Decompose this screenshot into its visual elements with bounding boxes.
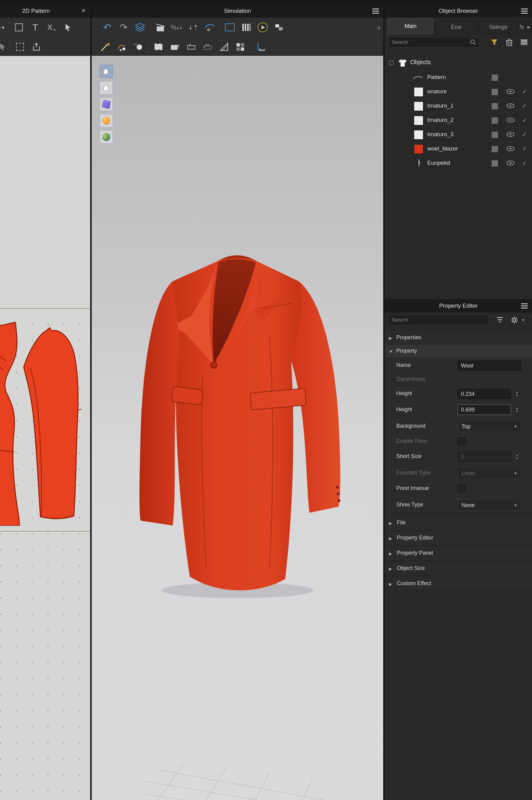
collapse-box-icon[interactable] (389, 60, 394, 65)
text-tool-icon[interactable]: T (27, 20, 43, 35)
check-icon[interactable]: ✓ (522, 145, 527, 152)
s-curve-icon[interactable] (201, 20, 218, 35)
tree-row-onature[interactable]: onature ✓ (385, 85, 532, 99)
thumbnail-square[interactable] (492, 89, 498, 95)
tab-n[interactable]: N (518, 20, 526, 34)
check-icon[interactable]: ✓ (522, 88, 527, 95)
section-properties[interactable]: ▶ Properties (385, 331, 532, 345)
thumbnail-square[interactable] (492, 74, 498, 81)
pin-add-icon[interactable]: ⇣⇡ (185, 20, 201, 35)
marquee-icon[interactable] (12, 39, 28, 54)
tab-overflow-arrow[interactable]: ▶ (526, 20, 532, 34)
arrow-icon[interactable]: ➝ (0, 20, 7, 35)
height-2-field[interactable]: 0.699 (458, 404, 511, 415)
tab-ecw[interactable]: Ecw (433, 20, 479, 34)
play-icon[interactable] (254, 20, 271, 35)
eye-icon[interactable] (506, 103, 515, 109)
ruler-icon[interactable] (216, 39, 232, 54)
tree-row-irnaturo-3[interactable]: Irnaturo_3 ✓ (385, 128, 532, 142)
property-search-input[interactable]: Search (388, 315, 489, 325)
layers-icon[interactable] (132, 20, 148, 35)
section-property[interactable]: ▼ Property (385, 345, 532, 358)
check-icon[interactable]: ✓ (522, 116, 527, 124)
undo-icon[interactable]: ↶ (99, 20, 115, 35)
frame-icon[interactable] (222, 20, 238, 35)
objects-root-row[interactable]: Objects (385, 55, 532, 71)
percent-pin-icon[interactable]: ⅒⇣ (169, 20, 185, 35)
eye-icon[interactable] (506, 88, 515, 94)
swatch[interactable] (414, 102, 423, 111)
tab-settings[interactable]: Setings (479, 20, 518, 34)
pattern-piece-front[interactable] (0, 322, 19, 526)
cursor-icon[interactable] (60, 20, 76, 35)
box-tool[interactable] (100, 97, 113, 111)
height-1-stepper[interactable]: ▴▾ (513, 389, 521, 399)
menu-icon[interactable] (521, 303, 528, 304)
tree-row-irnaturo-1[interactable]: Irnaturo_1 ✓ (385, 99, 532, 113)
eye-icon[interactable] (506, 160, 515, 166)
eye-icon[interactable] (506, 131, 515, 138)
section-property-editor[interactable]: ▶ Property Editor (385, 531, 532, 545)
tree-row-pattern[interactable]: Pattern (385, 71, 532, 85)
enable-floor-checkbox[interactable] (458, 437, 466, 445)
show-type-dropdown[interactable]: None ▼ (458, 500, 521, 511)
needle-icon[interactable] (97, 39, 114, 54)
grab-hand-tool[interactable] (100, 81, 113, 94)
texture-ball-tool[interactable] (100, 130, 113, 144)
section-custom-effect[interactable]: ▶ Custom Effect (385, 577, 532, 591)
thumbnail-square[interactable] (492, 160, 498, 167)
gear-icon[interactable] (510, 316, 518, 324)
gear-caret-icon[interactable]: ▾ (522, 317, 525, 323)
thumbnail-square[interactable] (492, 146, 498, 152)
filter-list-icon[interactable] (496, 316, 504, 324)
material-ball-tool[interactable] (100, 114, 113, 127)
swatch[interactable] (414, 130, 423, 140)
section-property-panel[interactable]: ▶ Property Panel (385, 546, 532, 561)
redo-icon[interactable]: ↷ (115, 20, 132, 35)
object-search-input[interactable]: Search (388, 37, 479, 48)
transform-x-icon[interactable]: X↘ (43, 20, 60, 35)
short-size-field[interactable]: 1 (458, 451, 511, 462)
tree-row-wool-blazer[interactable]: woel_blazer ✓ (385, 142, 532, 156)
arrow-dark-icon[interactable] (0, 39, 8, 54)
fold-left-icon[interactable] (167, 39, 183, 54)
rect-select-icon[interactable] (11, 20, 27, 35)
name-field[interactable]: Wool (458, 361, 521, 371)
stripes-icon[interactable] (238, 20, 254, 35)
thumbnail-square[interactable] (492, 132, 498, 138)
height-2-stepper[interactable]: ▴▾ (513, 404, 521, 415)
archive-icon[interactable] (520, 38, 528, 46)
menu-icon[interactable] (521, 8, 528, 10)
background-dropdown[interactable]: Top ▼ (458, 421, 521, 432)
tree-row-eunpekd[interactable]: Eunpekd ✓ (385, 156, 532, 170)
garment-blazer[interactable] (127, 245, 348, 601)
export-icon[interactable] (28, 39, 45, 54)
tree-row-irnaturo-2[interactable]: Irnaturo_2 ✓ (385, 113, 532, 128)
short-size-stepper[interactable]: ▴▾ (513, 451, 521, 462)
eye-icon[interactable] (506, 117, 515, 123)
function-type-dropdown[interactable]: Lmas ▼ (458, 468, 521, 479)
swatch[interactable] (414, 87, 423, 97)
check-icon[interactable]: ✓ (522, 102, 527, 109)
section-object-size[interactable]: ▶ Object Size (385, 562, 532, 576)
thumbnail-square[interactable] (492, 103, 498, 109)
cut-fabric-icon[interactable] (152, 20, 169, 35)
clip-icon[interactable]: 17 (130, 39, 146, 54)
height-1-field[interactable]: 0.234 (458, 389, 511, 399)
fold-center-icon[interactable] (183, 39, 200, 54)
overflow-mini-icon[interactable]: p (378, 25, 380, 30)
tab-main[interactable]: Main (388, 18, 433, 34)
close-icon[interactable]: × (81, 7, 85, 15)
trash-icon[interactable] (506, 38, 513, 46)
fold-right-icon[interactable] (200, 39, 216, 54)
check-icon[interactable]: ✓ (522, 159, 527, 167)
section-file[interactable]: ▶ File (385, 516, 532, 530)
thread-icon[interactable] (114, 39, 130, 54)
fabric-icon[interactable] (150, 39, 167, 54)
menu-icon[interactable] (372, 8, 379, 10)
thumbnail-square[interactable] (492, 117, 498, 124)
eye-icon[interactable] (506, 146, 515, 152)
arrange-icon[interactable] (271, 20, 287, 35)
flag-icon[interactable] (253, 39, 269, 54)
swatch[interactable] (414, 116, 423, 125)
